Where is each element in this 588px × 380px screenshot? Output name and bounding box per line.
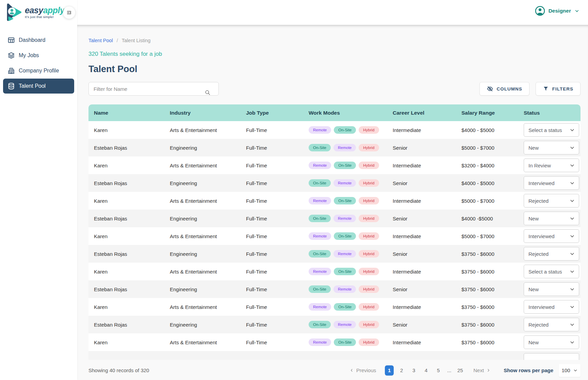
sidebar-item-label: Company Profile [19,68,59,74]
cell-career-level: Senior [393,322,461,328]
pagination-page[interactable]: 25 [456,365,464,376]
status-select-value: New [528,145,539,151]
work-mode-chip: Hybrid [359,179,379,187]
chevron-down-icon [569,286,575,292]
status-select[interactable]: Rejected [524,194,579,208]
cell-work-modes: On-SiteRemoteHybrid [309,144,393,151]
status-select-value: Rejected [528,251,549,257]
chevron-down-icon [569,216,575,221]
database-icon [7,82,15,90]
building-icon [7,67,15,75]
name-filter-input[interactable] [88,82,219,96]
pagination-page[interactable]: 4 [422,365,430,376]
cell-career-level: Senior [393,251,461,257]
work-mode-chip: Remote [333,179,356,187]
sidebar-item-talent-pool[interactable]: Talent Pool [3,79,74,94]
cell-work-modes: On-SiteRemoteHybrid [309,215,393,222]
cell-industry: Arts & Entertainment [170,233,246,239]
sidebar-item-company-profile[interactable]: Company Profile [3,63,74,78]
sidebar-item-label: Dashboard [19,37,45,43]
pagination-page[interactable]: 3 [409,365,418,376]
work-mode-chip: Remote [309,197,331,204]
eye-off-icon [487,85,493,92]
work-mode-chip: Remote [309,303,331,311]
status-select[interactable]: Rejected [524,318,579,331]
work-mode-chip: On-Site [309,179,331,187]
cell-salary-range: $3750 - $6000 [461,251,524,257]
pagination-page[interactable]: 2 [397,365,406,376]
pagination-page[interactable]: 1 [385,365,394,376]
status-select[interactable]: Select a status [524,265,579,278]
work-mode-chip: Hybrid [359,321,379,328]
status-select[interactable]: Rejected [524,247,579,261]
cell-salary-range: $3750 - $6000 [461,340,524,345]
work-mode-chip: Hybrid [359,144,379,151]
status-select[interactable]: New [524,282,579,296]
status-select[interactable] [524,353,579,360]
table-row: Karen Arts & Entertainment Full-Time Rem… [88,263,581,280]
next-page-button[interactable]: Next [473,367,491,373]
cell-name: Karen [88,198,170,204]
chevron-down-icon [569,269,575,275]
work-mode-chip: On-Site [309,285,331,293]
cell-job-type: Full-Time [246,304,309,310]
sidebar-item-label: Talent Pool [19,83,46,89]
user-menu-label: Designer [549,8,571,14]
cell-job-type: Full-Time [246,198,309,204]
status-select[interactable]: Select a status [524,123,579,137]
rows-per-page-value: 100 [561,367,570,373]
cell-career-level: Senior [393,216,461,221]
table-row: Esteban Rojas Engineering Full-Time On-S… [88,210,581,227]
work-mode-chip: Remote [333,144,356,151]
status-select[interactable]: Interviewed [524,176,579,190]
sidebar-collapse-button[interactable] [63,6,75,19]
status-select[interactable]: New [524,335,579,349]
cell-job-type: Full-Time [246,269,309,275]
status-select[interactable]: Interviewed [524,229,579,243]
cell-salary-range: $4000 -$5000 [461,216,524,221]
status-select[interactable]: Interviewed [524,300,579,314]
cell-industry: Engineering [170,251,246,257]
status-select[interactable]: In Review [524,159,579,172]
cell-salary-range: $3750 - $6000 [461,286,524,292]
breadcrumb-talent-pool-link[interactable]: Talent Pool [88,38,113,43]
main-content: Talent Pool / Talent Listing 320 Talents… [77,25,588,380]
pagination-page[interactable]: 5 [434,365,443,376]
cell-salary-range: $3750 - $6000 [461,304,524,310]
cell-career-level: Intermediate [393,127,461,133]
work-mode-chip: Hybrid [359,232,379,240]
work-mode-chip: Remote [309,338,331,346]
cell-work-modes: On-SiteRemoteHybrid [309,321,393,328]
cell-name: Karen [88,340,170,345]
work-mode-chip: On-Site [334,197,356,204]
status-select-value: Rejected [528,322,549,328]
talent-count-subtitle: 320 Talents seeking for a job [88,51,581,57]
breadcrumb-separator: / [117,38,118,43]
sidebar-item-my-jobs[interactable]: My Jobs [3,48,74,63]
cell-work-modes: RemoteOn-SiteHybrid [309,126,393,134]
sidebar-item-dashboard[interactable]: Dashboard [3,33,74,48]
cell-career-level: Intermediate [393,304,461,310]
status-select[interactable]: New [524,141,579,154]
cell-salary-range: $4000 - $5000 [461,180,524,186]
table-row: Karen Arts & Entertainment Full-Time Rem… [88,227,581,245]
previous-page-button[interactable]: Previous [349,367,376,373]
breadcrumb-current: Talent Listing [122,38,151,43]
chevron-down-icon [569,198,575,204]
user-menu[interactable]: Designer [535,6,579,16]
status-select-value: Interviewed [528,304,555,310]
cell-job-type: Full-Time [246,163,309,168]
table-row: Karen Arts & Entertainment Full-Time Rem… [88,121,581,139]
app-logo: easyapply It's just that simple! [5,3,64,22]
cell-industry: Arts & Entertainment [170,304,246,310]
work-mode-chip: Remote [333,250,356,258]
table-row-partial [88,351,581,360]
cell-name: Karen [88,269,170,275]
columns-button[interactable]: COLUMNS [479,82,529,96]
filters-button[interactable]: FILTERS [536,82,581,96]
rows-per-page-select[interactable]: 100 [559,364,581,377]
cell-job-type: Full-Time [246,216,309,221]
cell-career-level: Intermediate [393,340,461,345]
status-select[interactable]: New [524,212,579,225]
status-select-value: Select a status [528,127,562,133]
